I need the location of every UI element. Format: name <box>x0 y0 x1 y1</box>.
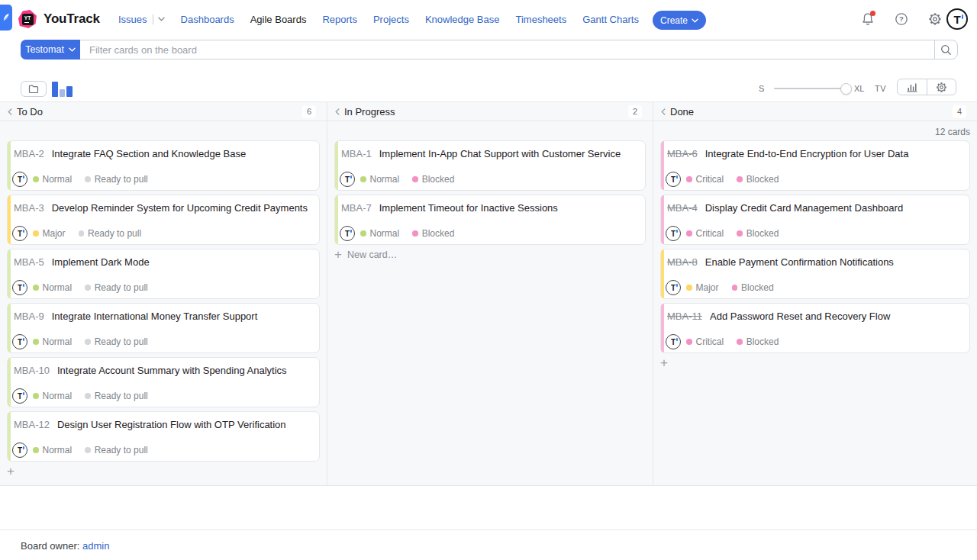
board-column-in-progress: In Progress 2 MBA-1 Implement In-App Cha… <box>327 102 653 485</box>
priority-label: Critical <box>696 174 724 185</box>
collapse-column-icon[interactable] <box>661 108 666 115</box>
priority-label: Major <box>696 282 719 293</box>
priority-label: Normal <box>43 391 73 401</box>
main-nav: Issues Dashboards Agile Boards Reports P… <box>118 0 639 38</box>
logo-badge: YT <box>22 14 34 25</box>
state-label: Blocked <box>746 174 779 185</box>
issue-card[interactable]: MBA-8 Enable Payment Confirmation Notifi… <box>660 249 970 299</box>
state-dot <box>412 176 418 182</box>
collapse-column-icon[interactable] <box>335 108 340 115</box>
priority-dot <box>33 339 39 345</box>
state-field: Blocked <box>412 228 454 239</box>
issue-id: MBA-4 <box>667 202 698 214</box>
issue-card[interactable]: MBA-7 Implement Timeout for Inactive Ses… <box>334 195 646 245</box>
priority-dot <box>33 285 39 291</box>
notifications-bell-icon[interactable] <box>861 12 875 26</box>
nav-item-timesheets[interactable]: Timesheets <box>515 14 566 25</box>
priority-stripe <box>8 358 11 407</box>
user-avatar[interactable]: T <box>946 8 968 30</box>
state-dot <box>412 230 418 237</box>
issue-card[interactable]: MBA-12 Design User Registration Flow wit… <box>7 411 320 462</box>
board-settings-button[interactable] <box>927 79 956 95</box>
issue-card[interactable]: MBA-11 Add Password Reset and Recovery F… <box>660 303 970 353</box>
assignee-avatar: T <box>666 334 681 349</box>
priority-dot <box>686 176 692 182</box>
youtrack-logo[interactable]: YT <box>18 10 37 28</box>
nav-item-knowledge-base[interactable]: Knowledge Base <box>425 14 500 25</box>
state-label: Ready to pull <box>88 228 141 239</box>
priority-field: Normal <box>33 336 72 347</box>
priority-dot <box>686 285 692 291</box>
create-button[interactable]: Create <box>653 11 706 30</box>
nav-item-projects[interactable]: Projects <box>373 14 409 25</box>
state-field: Ready to pull <box>85 445 148 455</box>
board-column-to-do: To Do 6 MBA-2 Integrate FAQ Section and … <box>0 102 327 485</box>
issue-card[interactable]: MBA-1 Implement In-App Chat Support with… <box>334 140 646 191</box>
assignee-avatar: T <box>12 172 27 187</box>
nav-item-gantt-charts[interactable]: Gantt Charts <box>582 14 639 25</box>
issue-card[interactable]: MBA-2 Integrate FAQ Section and Knowledg… <box>7 140 320 191</box>
filter-input[interactable] <box>80 40 934 59</box>
add-card-button[interactable]: + <box>660 358 970 369</box>
assignee-avatar: T <box>666 172 681 187</box>
priority-label: Major <box>43 228 66 239</box>
issue-card[interactable]: MBA-10 Integrate Account Summary with Sp… <box>7 357 320 407</box>
new-card-button[interactable]: + New card… <box>334 249 646 260</box>
issue-title: Add Password Reset and Recovery Flow <box>710 311 890 322</box>
backlog-folder-button[interactable] <box>21 81 47 97</box>
issue-id: MBA-10 <box>14 365 50 376</box>
card-size-min-label: S <box>759 84 764 93</box>
priority-field: Normal <box>360 228 399 239</box>
board-selector-button[interactable]: Testomat <box>21 40 80 60</box>
add-card-button[interactable]: + <box>7 466 320 477</box>
histogram-icon <box>907 82 917 92</box>
priority-label: Normal <box>370 174 400 185</box>
state-label: Ready to pull <box>95 391 148 401</box>
priority-dot <box>33 230 39 237</box>
total-cards-label: 12 cards <box>935 127 970 137</box>
state-field: Ready to pull <box>79 228 142 239</box>
issue-card[interactable]: MBA-5 Implement Dark Mode T Normal Ready… <box>7 249 320 299</box>
state-dot <box>737 176 743 182</box>
state-dot <box>85 339 91 345</box>
card-size-slider-knob[interactable] <box>840 83 852 95</box>
top-header: YT YouTrack Issues Dashboards Agile Boar… <box>0 0 977 38</box>
nav-item-agile-boards[interactable]: Agile Boards <box>250 14 307 25</box>
state-label: Blocked <box>422 228 455 239</box>
state-dot <box>732 285 738 291</box>
issue-card[interactable]: MBA-4 Display Credit Card Management Das… <box>660 195 970 245</box>
assignee-avatar: T <box>12 443 27 458</box>
issue-title: Display Credit Card Management Dashboard <box>705 202 903 214</box>
nav-item-dashboards[interactable]: Dashboards <box>181 14 234 25</box>
settings-gear-icon[interactable] <box>928 12 942 26</box>
help-icon[interactable]: ? <box>895 12 908 26</box>
column-header: To Do 6 <box>0 102 327 121</box>
state-dot <box>737 339 743 345</box>
state-label: Blocked <box>746 228 779 239</box>
nav-item-reports[interactable]: Reports <box>322 14 357 25</box>
nav-item-issues[interactable]: Issues <box>118 14 165 25</box>
chart-toggle-icon[interactable] <box>52 82 73 97</box>
card-size-slider[interactable] <box>774 88 841 89</box>
state-label: Ready to pull <box>95 174 148 185</box>
issue-card[interactable]: MBA-6 Integrate End-to-End Encryption fo… <box>660 140 970 191</box>
search-button[interactable] <box>934 40 957 59</box>
browser-pin-icon[interactable] <box>0 5 12 31</box>
issue-id: MBA-7 <box>341 202 372 214</box>
state-dot <box>85 447 91 453</box>
state-dot <box>737 230 743 237</box>
issue-card[interactable]: MBA-9 Integrate International Money Tran… <box>7 303 320 353</box>
state-label: Ready to pull <box>95 282 148 293</box>
chart-view-button[interactable] <box>898 79 927 95</box>
nav-split[interactable] <box>153 14 165 24</box>
board-owner-link[interactable]: admin <box>82 540 109 552</box>
collapse-column-icon[interactable] <box>8 108 12 115</box>
issue-id: MBA-8 <box>667 256 698 268</box>
tv-mode-button[interactable]: TV <box>875 84 886 93</box>
state-dot <box>85 285 91 291</box>
state-field: Blocked <box>737 174 779 185</box>
chevron-down-icon <box>692 18 698 23</box>
column-count-badge: 4 <box>953 105 966 118</box>
issue-card[interactable]: MBA-3 Develop Reminder System for Upcomi… <box>7 195 320 245</box>
product-wordmark: YouTrack <box>44 11 100 27</box>
